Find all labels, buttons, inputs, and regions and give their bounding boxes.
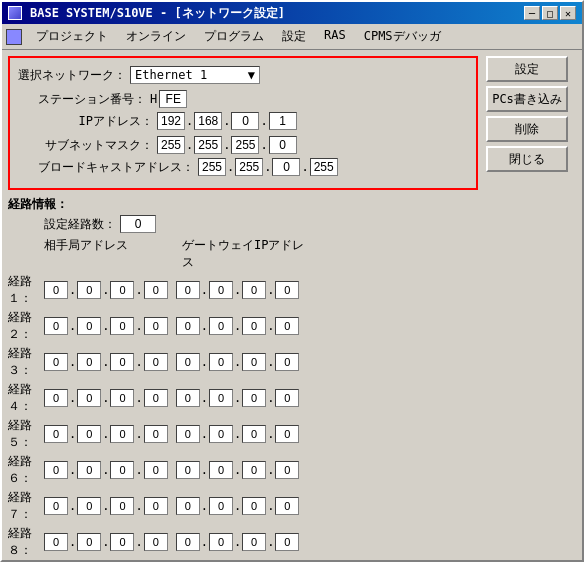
peer-ip-octet-2[interactable] <box>77 389 101 407</box>
right-panel: 設定 PCs書き込み 削除 閉じる <box>486 56 576 562</box>
ip-octet-3[interactable] <box>231 112 259 130</box>
ip-octet-4[interactable] <box>269 112 297 130</box>
settings-button[interactable]: 設定 <box>486 56 568 82</box>
gw-ip-octet-3[interactable] <box>242 317 266 335</box>
peer-ip-octet-4[interactable] <box>144 425 168 443</box>
peer-ip-octet-2[interactable] <box>77 281 101 299</box>
route-label: 経路５： <box>8 417 44 451</box>
gw-ip-octet-4[interactable] <box>275 389 299 407</box>
menu-ras[interactable]: RAS <box>316 26 354 47</box>
gw-ip-octet-3[interactable] <box>242 389 266 407</box>
gw-ip-octet-2[interactable] <box>209 533 233 551</box>
routing-row: 経路７：...... <box>8 489 478 523</box>
gw-ip-octet-3[interactable] <box>242 353 266 371</box>
delete-button[interactable]: 削除 <box>486 116 568 142</box>
peer-ip-octet-3[interactable] <box>110 533 134 551</box>
peer-ip-octet-4[interactable] <box>144 497 168 515</box>
gw-ip-octet-2[interactable] <box>209 281 233 299</box>
menu-cpms[interactable]: CPMSデバッガ <box>356 26 449 47</box>
menu-settings[interactable]: 設定 <box>274 26 314 47</box>
routing-section-label: 経路情報： <box>8 196 478 213</box>
close-dialog-button[interactable]: 閉じる <box>486 146 568 172</box>
peer-ip-octet-4[interactable] <box>144 389 168 407</box>
ip-octet-2[interactable] <box>194 112 222 130</box>
peer-ip-octet-3[interactable] <box>110 353 134 371</box>
peer-ip-octet-3[interactable] <box>110 317 134 335</box>
gw-ip-octet-4[interactable] <box>275 281 299 299</box>
bc-octet-4[interactable] <box>310 158 338 176</box>
gw-ip-octet-1[interactable] <box>176 353 200 371</box>
peer-ip-octet-1[interactable] <box>44 353 68 371</box>
bc-octet-2[interactable] <box>235 158 263 176</box>
sn-octet-1[interactable] <box>157 136 185 154</box>
gw-ip-octet-1[interactable] <box>176 533 200 551</box>
peer-ip-octet-1[interactable] <box>44 389 68 407</box>
restore-button[interactable]: □ <box>542 6 558 20</box>
main-window: BASE SYSTEM/S10VE - [ネットワーク設定] ─ □ ✕ プロジ… <box>0 0 584 562</box>
minimize-button[interactable]: ─ <box>524 6 540 20</box>
peer-ip-octet-3[interactable] <box>110 389 134 407</box>
routing-table: 経路１：......経路２：......経路３：......経路４：......… <box>8 273 478 562</box>
peer-ip-octet-1[interactable] <box>44 461 68 479</box>
gw-ip-octet-1[interactable] <box>176 389 200 407</box>
peer-ip-octet-4[interactable] <box>144 533 168 551</box>
gw-ip-octet-1[interactable] <box>176 425 200 443</box>
bc-octet-3[interactable] <box>272 158 300 176</box>
sn-octet-3[interactable] <box>231 136 259 154</box>
menu-online[interactable]: オンライン <box>118 26 194 47</box>
routing-count-input[interactable] <box>120 215 156 233</box>
close-button[interactable]: ✕ <box>560 6 576 20</box>
peer-ip-octet-3[interactable] <box>110 497 134 515</box>
gw-ip-octet-2[interactable] <box>209 461 233 479</box>
peer-ip-octet-2[interactable] <box>77 317 101 335</box>
ip-octet-1[interactable] <box>157 112 185 130</box>
network-dropdown[interactable]: Ethernet 1 ▼ <box>130 66 260 84</box>
peer-ip-octet-4[interactable] <box>144 317 168 335</box>
peer-ip-octet-4[interactable] <box>144 281 168 299</box>
gw-ip-octet-1[interactable] <box>176 497 200 515</box>
gw-ip-octet-2[interactable] <box>209 497 233 515</box>
peer-ip-octet-4[interactable] <box>144 353 168 371</box>
station-row: ステーション番号： H <box>38 90 468 108</box>
peer-ip-octet-1[interactable] <box>44 317 68 335</box>
station-input[interactable] <box>159 90 187 108</box>
gw-ip-octet-4[interactable] <box>275 317 299 335</box>
peer-ip-octet-3[interactable] <box>110 461 134 479</box>
gw-ip-octet-4[interactable] <box>275 497 299 515</box>
gw-ip-octet-4[interactable] <box>275 533 299 551</box>
gw-ip-octet-3[interactable] <box>242 533 266 551</box>
gw-ip-octet-4[interactable] <box>275 461 299 479</box>
peer-ip-octet-1[interactable] <box>44 425 68 443</box>
gw-ip-octet-3[interactable] <box>242 461 266 479</box>
gw-ip-octet-1[interactable] <box>176 281 200 299</box>
gw-ip-octet-3[interactable] <box>242 497 266 515</box>
peer-ip-octet-2[interactable] <box>77 497 101 515</box>
menu-project[interactable]: プロジェクト <box>28 26 116 47</box>
peer-ip-octet-1[interactable] <box>44 281 68 299</box>
peer-ip-octet-2[interactable] <box>77 425 101 443</box>
peer-ip-octet-2[interactable] <box>77 461 101 479</box>
gw-ip-octet-3[interactable] <box>242 281 266 299</box>
gw-ip-octet-1[interactable] <box>176 317 200 335</box>
peer-ip-octet-3[interactable] <box>110 425 134 443</box>
peer-ip-octet-3[interactable] <box>110 281 134 299</box>
peer-ip-octet-2[interactable] <box>77 533 101 551</box>
sn-octet-2[interactable] <box>194 136 222 154</box>
gw-ip-octet-4[interactable] <box>275 353 299 371</box>
peer-ip-octet-4[interactable] <box>144 461 168 479</box>
gw-ip-octet-3[interactable] <box>242 425 266 443</box>
peer-ip-octet-2[interactable] <box>77 353 101 371</box>
bc-octet-1[interactable] <box>198 158 226 176</box>
gw-ip-octet-2[interactable] <box>209 353 233 371</box>
gw-ip-octet-4[interactable] <box>275 425 299 443</box>
gw-ip-octet-2[interactable] <box>209 317 233 335</box>
peer-ip-octet-1[interactable] <box>44 497 68 515</box>
gw-ip-octet-2[interactable] <box>209 389 233 407</box>
peer-ip-group: ... <box>44 317 168 335</box>
sn-octet-4[interactable] <box>269 136 297 154</box>
gw-ip-octet-1[interactable] <box>176 461 200 479</box>
peer-ip-octet-1[interactable] <box>44 533 68 551</box>
gw-ip-octet-2[interactable] <box>209 425 233 443</box>
menu-program[interactable]: プログラム <box>196 26 272 47</box>
write-pcs-button[interactable]: PCs書き込み <box>486 86 568 112</box>
